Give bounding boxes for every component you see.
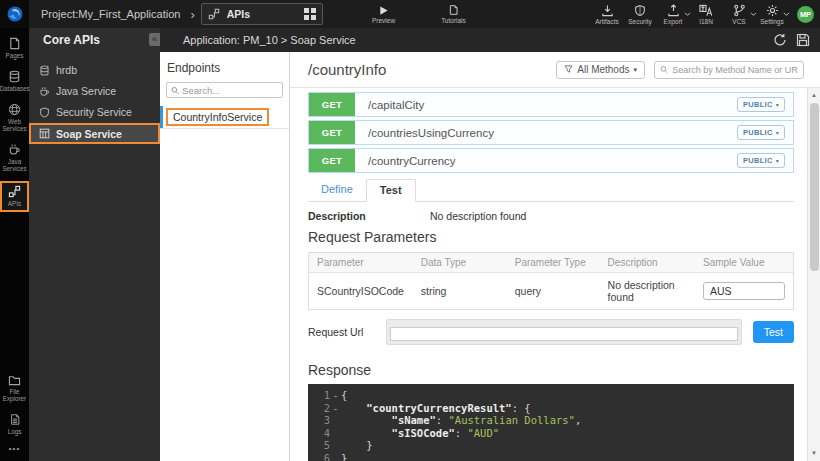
chevron-down-icon: ▾ <box>776 129 779 136</box>
scroll-up-icon[interactable]: ▲ <box>808 89 820 101</box>
code-line: 4 "sISOCode": "AUD" <box>308 427 794 440</box>
log-file-icon <box>9 413 21 426</box>
grid-icon[interactable] <box>304 8 316 20</box>
i18n-button[interactable]: I18N <box>694 4 718 25</box>
methods-filter-dropdown[interactable]: All Methods ▾ <box>556 61 645 79</box>
sidebar-item-web-services[interactable]: Web Services <box>0 101 29 134</box>
sample-value-input[interactable] <box>703 282 785 300</box>
database-icon <box>8 70 21 83</box>
chevron-down-icon: ▾ <box>776 101 779 108</box>
description-value: No description found <box>430 210 526 222</box>
api-icon <box>208 8 220 20</box>
method-search[interactable] <box>654 61 804 79</box>
workspace-label: APIs <box>227 8 250 20</box>
service-title: /countryInfo <box>308 61 386 78</box>
core-apis-panel: Core APIs « hrdb Java Service Security <box>29 28 160 461</box>
method-row-capitalcity[interactable]: GET /capitalCity PUBLIC▾ <box>308 92 794 117</box>
request-url-input[interactable] <box>390 327 738 341</box>
tab-define[interactable]: Define <box>308 179 366 201</box>
wavemaker-logo[interactable] <box>0 0 29 28</box>
settings-button[interactable]: Settings <box>760 4 784 25</box>
main-content: /countryInfo All Methods ▾ GET /capitalC… <box>290 52 820 461</box>
core-api-item-hrdb[interactable]: hrdb <box>29 60 160 80</box>
sidebar-item-java-services[interactable]: Java Services <box>0 141 29 174</box>
fold-icon[interactable]: - <box>330 389 341 402</box>
endpoint-item-countryinfoservice[interactable]: CountryInfoService <box>160 106 289 129</box>
core-api-item-security-service[interactable]: Security Service <box>29 102 160 122</box>
code-line: 2- "countryCurrencyResult": { <box>308 402 794 415</box>
export-label: Export <box>664 18 683 25</box>
database-icon <box>39 65 50 76</box>
code-line: 3 "sName": "Australian Dollars", <box>308 414 794 427</box>
service-header: /countryInfo All Methods ▾ <box>290 52 820 88</box>
settings-label: Settings <box>760 18 784 25</box>
core-api-item-soap-service[interactable]: Soap Service <box>29 123 160 144</box>
method-row-countrycurrency[interactable]: GET /countryCurrency PUBLIC▾ <box>308 148 794 173</box>
security-label: Security <box>628 18 651 25</box>
endpoints-search-input[interactable] <box>182 85 278 96</box>
api-icon <box>8 185 21 198</box>
core-api-item-java-service[interactable]: Java Service <box>29 81 160 101</box>
method-row-countriesusingcurrency[interactable]: GET /countriesUsingCurrency PUBLIC▾ <box>308 120 794 145</box>
folder-icon <box>8 374 21 386</box>
save-button[interactable] <box>796 33 810 47</box>
i18n-label: I18N <box>699 18 713 25</box>
security-button[interactable]: Security <box>628 4 652 25</box>
access-level-dropdown[interactable]: PUBLIC▾ <box>737 97 785 112</box>
topbar-center: Preview Tutorials <box>372 0 466 28</box>
export-button[interactable]: Export <box>661 4 685 25</box>
method-search-input[interactable] <box>672 65 798 75</box>
chevron-right-icon: › <box>190 7 194 22</box>
table-row: SCountryISOCode string query No descript… <box>309 273 794 310</box>
tab-test[interactable]: Test <box>366 179 416 202</box>
response-code-editor[interactable]: 1-{ 2- "countryCurrencyResult": { 3 "sNa… <box>308 384 794 461</box>
chevron-down-icon <box>684 12 691 17</box>
sidebar-item-apis[interactable]: APIs <box>0 181 29 212</box>
page-icon <box>8 37 21 50</box>
core-apis-header: Core APIs « <box>29 28 160 52</box>
endpoints-search[interactable] <box>166 82 283 98</box>
shield-icon <box>634 4 646 17</box>
sidebar-item-logs[interactable]: Logs <box>0 411 29 437</box>
vcs-button[interactable]: VCS <box>727 4 751 25</box>
refresh-button[interactable] <box>773 33 787 47</box>
code-line: 1-{ <box>308 389 794 402</box>
artifacts-button[interactable]: Artifacts <box>595 4 619 25</box>
service-content: GET /capitalCity PUBLIC▾ GET /countriesU… <box>308 88 794 461</box>
cell-parameter: SCountryISOCode <box>309 273 413 310</box>
chevron-down-icon <box>783 12 790 17</box>
col-parameter-type: Parameter Type <box>507 253 600 273</box>
code-line: 5 } <box>308 439 794 452</box>
access-level-dropdown[interactable]: PUBLIC▾ <box>737 125 785 140</box>
sidebar-item-databases[interactable]: Databases <box>0 68 29 94</box>
artifacts-label: Artifacts <box>595 18 618 25</box>
download-icon <box>601 4 614 17</box>
access-level-dropdown[interactable]: PUBLIC▾ <box>737 153 785 168</box>
scroll-down-icon[interactable]: ▼ <box>808 447 820 459</box>
left-rail: Pages Databases Web Services Java Servic… <box>0 28 29 461</box>
refresh-icon <box>773 33 787 47</box>
user-avatar[interactable]: MP <box>797 6 814 23</box>
request-url-label: Request Url <box>308 326 386 338</box>
document-icon <box>448 4 459 16</box>
http-verb-badge: GET <box>309 121 355 144</box>
preview-button[interactable]: Preview <box>372 0 395 28</box>
more-options-icon[interactable]: ••• <box>9 444 20 453</box>
vertical-scrollbar[interactable]: ▲ ▼ <box>807 88 820 461</box>
active-indicator <box>160 106 163 128</box>
sidebar-item-pages[interactable]: Pages <box>0 35 29 61</box>
coffee-icon <box>8 143 21 156</box>
shield-icon <box>39 107 50 118</box>
test-button[interactable]: Test <box>753 321 794 343</box>
collapse-panel-icon[interactable]: « <box>149 33 160 46</box>
workspace-selector[interactable]: APIs <box>201 3 323 25</box>
fold-icon[interactable]: - <box>330 402 341 415</box>
tutorials-button[interactable]: Tutorials <box>441 0 466 28</box>
translate-icon <box>699 4 713 17</box>
scrollbar-thumb[interactable] <box>810 103 819 271</box>
col-data-type: Data Type <box>413 253 507 273</box>
save-icon <box>796 33 810 47</box>
branch-icon <box>733 4 746 17</box>
sidebar-item-file-explorer[interactable]: File Explorer <box>0 372 29 404</box>
upload-icon <box>667 4 680 17</box>
